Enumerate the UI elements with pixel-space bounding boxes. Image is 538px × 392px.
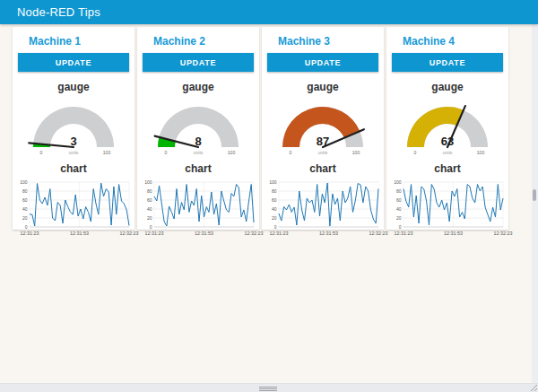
chart-y-tick-label: 40	[271, 206, 276, 212]
gauge: 63 units 0 100	[394, 95, 501, 158]
chart-y-tick-label: 40	[146, 206, 152, 212]
chart-title: chart	[386, 162, 508, 175]
gauge-max-label: 100	[228, 150, 236, 155]
machine-groups: Machine 1 UPDATE gauge 3 units 0 100 cha…	[13, 27, 508, 230]
gauge-max-label: 100	[352, 150, 360, 155]
chart-title: chart	[262, 162, 384, 175]
chart-x-tick-label: 12:32:23	[369, 231, 387, 236]
chart-x-tick-label: 12:32:23	[244, 231, 263, 236]
chart-widget: chart 02040608010012:31:2312:31:5312:32:…	[13, 162, 134, 240]
gauge-title: gauge	[386, 81, 508, 93]
gauge-value: 3	[70, 135, 76, 148]
gauge-widget: gauge 8 units 0 100	[137, 81, 259, 158]
chart: 02040608010012:31:2312:31:5312:32:23	[15, 177, 133, 240]
chart-y-tick-label: 60	[146, 197, 152, 203]
gauge-units-label: units	[194, 150, 204, 155]
gauge-min-label: 0	[414, 150, 417, 155]
window-bottom-bar	[0, 383, 538, 392]
chart-x-tick-label: 12:32:23	[119, 231, 138, 236]
chart-x-tick-label: 12:31:53	[70, 231, 89, 236]
update-button[interactable]: UPDATE	[143, 53, 254, 72]
chart-title: chart	[13, 162, 134, 175]
update-button[interactable]: UPDATE	[267, 53, 378, 72]
chart-y-tick-label: 0	[273, 224, 276, 230]
group-title: Machine 1	[13, 27, 134, 53]
chart: 02040608010012:31:2312:31:5312:32:23	[389, 177, 507, 240]
gauge: 3 units 0 100	[20, 95, 127, 158]
chart-y-tick-label: 20	[22, 215, 27, 221]
gauge-value-arc	[407, 107, 464, 147]
chart-x-tick-label: 12:32:23	[493, 231, 512, 236]
gauge-value: 8	[195, 135, 201, 148]
group-title: Machine 2	[137, 27, 259, 53]
chart-y-tick-label: 80	[395, 188, 401, 194]
chart-y-tick-label: 100	[144, 179, 152, 185]
machine-group-card: Machine 1 UPDATE gauge 3 units 0 100 cha…	[13, 27, 134, 230]
vertical-scrollbar[interactable]	[532, 24, 538, 383]
chart-y-tick-label: 100	[269, 179, 277, 185]
chart-widget: chart 02040608010012:31:2312:31:5312:32:…	[386, 162, 508, 240]
chart: 02040608010012:31:2312:31:5312:32:23	[265, 177, 382, 240]
chart-title: chart	[137, 162, 259, 175]
chart-x-tick-label: 12:31:23	[394, 231, 412, 236]
chart-y-tick-label: 0	[24, 224, 27, 230]
titlebar: Node-RED Tips	[0, 0, 538, 24]
update-button[interactable]: UPDATE	[392, 53, 503, 72]
gauge: 8 units 0 100	[144, 95, 252, 158]
chart-y-tick-label: 60	[271, 197, 276, 203]
chart-y-tick-label: 60	[395, 197, 401, 203]
chart-y-tick-label: 0	[149, 224, 152, 230]
chart-y-tick-label: 0	[398, 224, 401, 230]
chart-widget: chart 02040608010012:31:2312:31:5312:32:…	[137, 162, 259, 240]
window-drag-grip[interactable]	[259, 387, 277, 391]
chart-y-tick-label: 80	[271, 188, 276, 194]
chart-x-tick-label: 12:31:23	[144, 231, 163, 236]
app-title: Node-RED Tips	[0, 5, 100, 19]
chart-x-tick-label: 12:31:53	[319, 231, 338, 236]
chart-x-tick-label: 12:31:23	[20, 231, 39, 236]
gauge-widget: gauge 3 units 0 100	[13, 81, 134, 158]
group-title: Machine 4	[386, 27, 508, 53]
gauge-units-label: units	[443, 150, 453, 155]
gauge-title: gauge	[137, 81, 259, 93]
chart-x-tick-label: 12:31:23	[269, 231, 288, 236]
gauge-widget: gauge 87 units 0 100	[262, 81, 384, 158]
chart-y-tick-label: 60	[22, 197, 27, 203]
chart-y-tick-label: 20	[395, 215, 401, 221]
chart-y-tick-label: 20	[271, 215, 276, 221]
chart-y-tick-label: 80	[22, 188, 27, 194]
chart-y-tick-label: 20	[146, 215, 152, 221]
chart: 02040608010012:31:2312:31:5312:32:23	[140, 177, 257, 240]
gauge-max-label: 100	[477, 150, 485, 155]
gauge-max-label: 100	[103, 150, 111, 155]
chart-y-tick-label: 40	[395, 206, 401, 212]
machine-group-card: Machine 4 UPDATE gauge 63 units 0 100 ch…	[386, 27, 508, 230]
gauge-units-label: units	[69, 150, 79, 155]
chart-y-tick-label: 40	[22, 206, 27, 212]
chart-x-tick-label: 12:31:53	[444, 231, 463, 236]
machine-group-card: Machine 3 UPDATE gauge 87 units 0 100 ch…	[262, 27, 384, 230]
chart-x-tick-label: 12:31:53	[195, 231, 213, 236]
gauge-title: gauge	[262, 81, 384, 93]
update-button[interactable]: UPDATE	[18, 53, 129, 72]
chart-y-tick-label: 100	[394, 179, 402, 185]
gauge-value: 87	[317, 135, 329, 148]
machine-group-card: Machine 2 UPDATE gauge 8 units 0 100 cha…	[137, 27, 259, 230]
gauge-value: 63	[441, 135, 454, 148]
gauge-widget: gauge 63 units 0 100	[386, 81, 508, 158]
window-resize-grip[interactable]	[530, 384, 537, 391]
gauge-min-label: 0	[40, 150, 43, 155]
group-title: Machine 3	[262, 27, 384, 53]
gauge-title: gauge	[13, 81, 134, 93]
gauge: 87 units 0 100	[269, 95, 377, 158]
vertical-scrollbar-thumb[interactable]	[533, 189, 536, 201]
chart-y-tick-label: 100	[20, 179, 28, 185]
gauge-min-label: 0	[290, 150, 292, 155]
gauge-units-label: units	[318, 150, 328, 155]
chart-y-tick-label: 80	[146, 188, 152, 194]
chart-widget: chart 02040608010012:31:2312:31:5312:32:…	[262, 162, 384, 240]
gauge-min-label: 0	[165, 150, 168, 155]
